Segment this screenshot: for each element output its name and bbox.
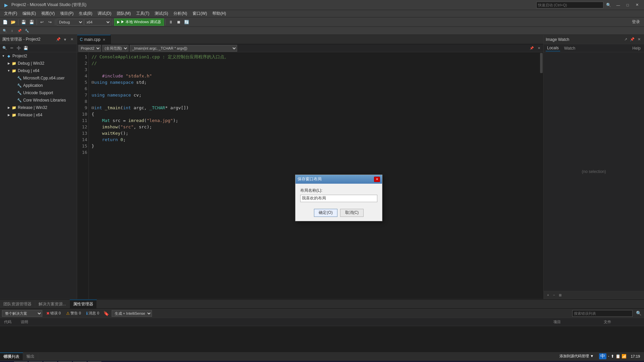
layout-name-input[interactable] (300, 195, 377, 202)
dialog-titlebar: 保存窗口布局 ✕ (296, 175, 382, 184)
dialog-overlay: 保存窗口布局 ✕ 布局名称(L): 确定(O) 取消(C) (0, 0, 644, 362)
dialog-buttons: 确定(O) 取消(C) (296, 206, 382, 221)
dialog-close-btn[interactable]: ✕ (374, 177, 380, 182)
save-layout-dialog: 保存窗口布局 ✕ 布局名称(L): 确定(O) 取消(C) (295, 175, 382, 221)
dialog-ok-btn[interactable]: 确定(O) (314, 209, 337, 217)
dialog-label: 布局名称(L): (300, 188, 377, 193)
dialog-cancel-btn[interactable]: 取消(C) (340, 209, 364, 217)
dialog-body: 布局名称(L): (296, 184, 382, 206)
dialog-title: 保存窗口布局 (298, 176, 374, 182)
